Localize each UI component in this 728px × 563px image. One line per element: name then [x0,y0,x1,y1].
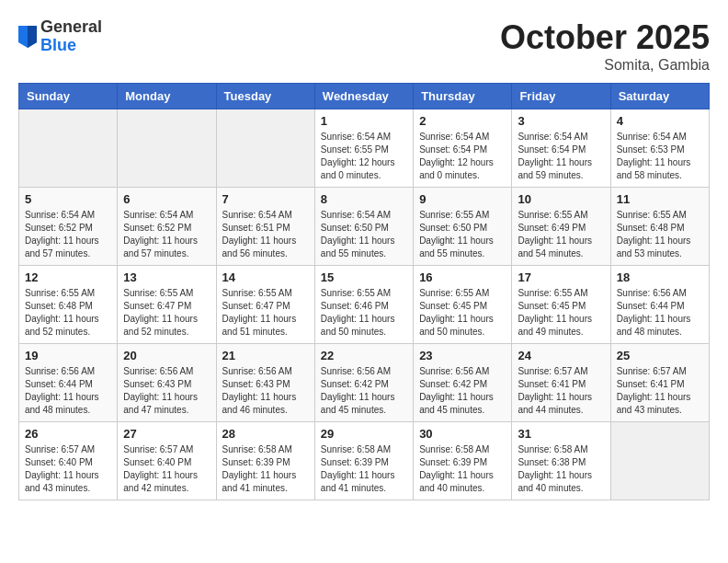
logo-icon [18,26,37,48]
weekday-header-thursday: Thursday [414,84,512,109]
day-info: Sunrise: 6:55 AM Sunset: 6:47 PM Dayligh… [123,287,210,339]
calendar-cell [19,109,118,188]
svg-marker-1 [28,26,37,48]
day-info: Sunrise: 6:58 AM Sunset: 6:39 PM Dayligh… [321,443,407,495]
calendar-cell: 14Sunrise: 6:55 AM Sunset: 6:47 PM Dayli… [216,266,314,344]
day-number: 14 [222,270,309,284]
day-info: Sunrise: 6:54 AM Sunset: 6:55 PM Dayligh… [321,131,407,182]
weekday-header-sunday: Sunday [19,84,118,109]
day-number: 19 [25,349,111,362]
day-info: Sunrise: 6:55 AM Sunset: 6:48 PM Dayligh… [617,209,703,260]
calendar-cell: 24Sunrise: 6:57 AM Sunset: 6:41 PM Dayli… [512,344,610,422]
logo-general-text: General [40,18,102,37]
calendar-cell: 6Sunrise: 6:54 AM Sunset: 6:52 PM Daylig… [118,188,216,266]
calendar-cell: 17Sunrise: 6:55 AM Sunset: 6:45 PM Dayli… [512,266,610,344]
day-number: 18 [617,270,703,284]
day-number: 24 [518,349,604,362]
day-info: Sunrise: 6:58 AM Sunset: 6:39 PM Dayligh… [419,443,506,495]
day-number: 1 [321,114,407,128]
calendar-cell: 26Sunrise: 6:57 AM Sunset: 6:40 PM Dayli… [19,422,118,500]
day-info: Sunrise: 6:55 AM Sunset: 6:47 PM Dayligh… [222,287,309,339]
day-info: Sunrise: 6:55 AM Sunset: 6:45 PM Dayligh… [518,287,604,339]
day-number: 26 [25,427,111,441]
day-number: 12 [25,270,111,284]
calendar-cell: 4Sunrise: 6:54 AM Sunset: 6:53 PM Daylig… [610,109,709,188]
day-info: Sunrise: 6:57 AM Sunset: 6:40 PM Dayligh… [123,443,210,495]
day-number: 30 [419,427,506,441]
day-number: 23 [419,349,506,362]
day-info: Sunrise: 6:54 AM Sunset: 6:50 PM Dayligh… [321,209,407,260]
calendar-cell: 3Sunrise: 6:54 AM Sunset: 6:54 PM Daylig… [512,109,610,188]
day-info: Sunrise: 6:56 AM Sunset: 6:42 PM Dayligh… [321,365,407,417]
calendar-cell: 2Sunrise: 6:54 AM Sunset: 6:54 PM Daylig… [414,109,512,188]
calendar-week-row: 1Sunrise: 6:54 AM Sunset: 6:55 PM Daylig… [19,109,710,188]
day-number: 25 [617,349,703,362]
calendar-table: SundayMondayTuesdayWednesdayThursdayFrid… [18,83,710,500]
day-number: 6 [123,192,210,206]
day-info: Sunrise: 6:56 AM Sunset: 6:43 PM Dayligh… [123,365,210,417]
day-info: Sunrise: 6:54 AM Sunset: 6:54 PM Dayligh… [419,131,506,182]
calendar-cell: 28Sunrise: 6:58 AM Sunset: 6:39 PM Dayli… [216,422,314,500]
weekday-header-wednesday: Wednesday [314,84,413,109]
calendar-cell: 20Sunrise: 6:56 AM Sunset: 6:43 PM Dayli… [118,344,216,422]
logo: General Blue [18,18,102,55]
day-info: Sunrise: 6:56 AM Sunset: 6:42 PM Dayligh… [419,365,506,417]
calendar-cell: 23Sunrise: 6:56 AM Sunset: 6:42 PM Dayli… [414,344,512,422]
day-info: Sunrise: 6:55 AM Sunset: 6:50 PM Dayligh… [419,209,506,260]
calendar-cell [118,109,216,188]
calendar-week-row: 26Sunrise: 6:57 AM Sunset: 6:40 PM Dayli… [19,422,710,500]
day-number: 5 [25,192,111,206]
title-block: October 2025 Somita, Gambia [500,18,710,74]
day-info: Sunrise: 6:58 AM Sunset: 6:39 PM Dayligh… [222,443,309,495]
day-number: 9 [419,192,506,206]
day-info: Sunrise: 6:55 AM Sunset: 6:49 PM Dayligh… [518,209,604,260]
location: Somita, Gambia [500,57,710,74]
calendar-cell: 18Sunrise: 6:56 AM Sunset: 6:44 PM Dayli… [610,266,709,344]
page-header: General Blue October 2025 Somita, Gambia [18,18,710,74]
day-number: 10 [518,192,604,206]
calendar-cell: 29Sunrise: 6:58 AM Sunset: 6:39 PM Dayli… [314,422,413,500]
calendar-cell: 27Sunrise: 6:57 AM Sunset: 6:40 PM Dayli… [118,422,216,500]
day-number: 28 [222,427,309,441]
calendar-cell: 8Sunrise: 6:54 AM Sunset: 6:50 PM Daylig… [314,188,413,266]
day-number: 20 [123,349,210,362]
calendar-cell: 30Sunrise: 6:58 AM Sunset: 6:39 PM Dayli… [414,422,512,500]
day-number: 17 [518,270,604,284]
day-info: Sunrise: 6:55 AM Sunset: 6:45 PM Dayligh… [419,287,506,339]
calendar-cell: 9Sunrise: 6:55 AM Sunset: 6:50 PM Daylig… [414,188,512,266]
calendar-cell [216,109,314,188]
day-number: 29 [321,427,407,441]
calendar-week-row: 19Sunrise: 6:56 AM Sunset: 6:44 PM Dayli… [19,344,710,422]
day-info: Sunrise: 6:56 AM Sunset: 6:44 PM Dayligh… [617,287,703,339]
day-info: Sunrise: 6:57 AM Sunset: 6:41 PM Dayligh… [617,365,703,417]
day-number: 11 [617,192,703,206]
day-number: 15 [321,270,407,284]
calendar-cell [610,422,709,500]
day-info: Sunrise: 6:54 AM Sunset: 6:51 PM Dayligh… [222,209,309,260]
day-number: 3 [518,114,604,128]
day-info: Sunrise: 6:54 AM Sunset: 6:54 PM Dayligh… [518,131,604,182]
calendar-cell: 1Sunrise: 6:54 AM Sunset: 6:55 PM Daylig… [314,109,413,188]
day-info: Sunrise: 6:54 AM Sunset: 6:52 PM Dayligh… [123,209,210,260]
day-number: 4 [617,114,703,128]
day-info: Sunrise: 6:56 AM Sunset: 6:43 PM Dayligh… [222,365,309,417]
logo-text: General Blue [40,18,102,55]
calendar-cell: 19Sunrise: 6:56 AM Sunset: 6:44 PM Dayli… [19,344,118,422]
logo-blue-text: Blue [40,37,102,55]
weekday-header-row: SundayMondayTuesdayWednesdayThursdayFrid… [19,84,710,109]
calendar-week-row: 5Sunrise: 6:54 AM Sunset: 6:52 PM Daylig… [19,188,710,266]
day-info: Sunrise: 6:55 AM Sunset: 6:48 PM Dayligh… [25,287,111,339]
calendar-cell: 21Sunrise: 6:56 AM Sunset: 6:43 PM Dayli… [216,344,314,422]
day-info: Sunrise: 6:54 AM Sunset: 6:53 PM Dayligh… [617,131,703,182]
calendar-cell: 13Sunrise: 6:55 AM Sunset: 6:47 PM Dayli… [118,266,216,344]
day-number: 27 [123,427,210,441]
day-number: 21 [222,349,309,362]
day-info: Sunrise: 6:55 AM Sunset: 6:46 PM Dayligh… [321,287,407,339]
day-number: 13 [123,270,210,284]
day-info: Sunrise: 6:54 AM Sunset: 6:52 PM Dayligh… [25,209,111,260]
day-info: Sunrise: 6:56 AM Sunset: 6:44 PM Dayligh… [25,365,111,417]
day-number: 31 [518,427,604,441]
calendar-cell: 11Sunrise: 6:55 AM Sunset: 6:48 PM Dayli… [610,188,709,266]
calendar-cell: 25Sunrise: 6:57 AM Sunset: 6:41 PM Dayli… [610,344,709,422]
calendar-cell: 15Sunrise: 6:55 AM Sunset: 6:46 PM Dayli… [314,266,413,344]
